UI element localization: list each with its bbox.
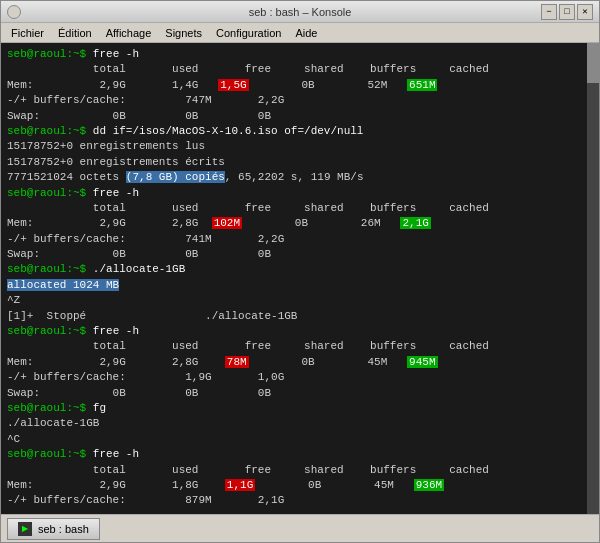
- line-stopped: [1]+ Stoppé ./allocate-1GB: [7, 309, 593, 324]
- maximize-button[interactable]: ✕: [577, 4, 593, 20]
- line-alloc-cmd: seb@raoul:~$ ./allocate-1GB: [7, 262, 593, 277]
- line-4: seb@raoul:~$ free -h: [7, 447, 593, 462]
- minimize-button[interactable]: −: [541, 4, 557, 20]
- menu-bar: Fichier Édition Affichage Signets Config…: [1, 23, 599, 43]
- line-buf-1: -/+ buffers/cache: 747M 2,2G: [7, 93, 593, 108]
- main-window: seb : bash – Konsole − □ ✕ Fichier Éditi…: [0, 0, 600, 543]
- line-swap-4: Swap: 0B 0B 0B: [7, 509, 593, 510]
- taskbar-label: seb : bash: [38, 523, 89, 535]
- menu-configuration[interactable]: Configuration: [210, 25, 287, 41]
- title-bar: seb : bash – Konsole − □ ✕: [1, 1, 599, 23]
- restore-button[interactable]: □: [559, 4, 575, 20]
- menu-fichier[interactable]: Fichier: [5, 25, 50, 41]
- terminal[interactable]: seb@raoul:~$ free -h total used free sha…: [1, 43, 599, 514]
- line-fg-cmd: seb@raoul:~$ fg: [7, 401, 593, 416]
- menu-affichage[interactable]: Affichage: [100, 25, 158, 41]
- line-mem-3: Mem: 2,9G 2,8G 78M 0B 45M 945M: [7, 355, 593, 370]
- line-1: seb@raoul:~$ free -h: [7, 47, 593, 62]
- menu-edition[interactable]: Édition: [52, 25, 98, 41]
- window-controls: − □ ✕: [541, 4, 593, 20]
- line-ctrl-c: ^C: [7, 432, 593, 447]
- line-header-3: total used free shared buffers cached: [7, 339, 593, 354]
- line-mem-1: Mem: 2,9G 1,4G 1,5G 0B 52M 651M: [7, 78, 593, 93]
- scrollbar-thumb[interactable]: [587, 43, 599, 83]
- line-buf-4: -/+ buffers/cache: 879M 2,1G: [7, 493, 593, 508]
- menu-aide[interactable]: Aide: [289, 25, 323, 41]
- line-header-1: total used free shared buffers cached: [7, 62, 593, 77]
- line-swap-1: Swap: 0B 0B 0B: [7, 109, 593, 124]
- title-bar-left: [7, 5, 21, 19]
- scrollbar-track[interactable]: [587, 43, 599, 514]
- line-mem-4: Mem: 2,9G 1,8G 1,1G 0B 45M 936M: [7, 478, 593, 493]
- line-dd-2: 15178752+0 enregistrements écrits: [7, 155, 593, 170]
- line-mem-2: Mem: 2,9G 2,8G 102M 0B 26M 2,1G: [7, 216, 593, 231]
- menu-signets[interactable]: Signets: [159, 25, 208, 41]
- line-3: seb@raoul:~$ free -h: [7, 324, 593, 339]
- line-dd-cmd: seb@raoul:~$ dd if=/isos/MacOS-X-10.6.is…: [7, 124, 593, 139]
- taskbar: ▶ seb : bash: [1, 514, 599, 542]
- close-icon[interactable]: [7, 5, 21, 19]
- line-2: seb@raoul:~$ free -h: [7, 186, 593, 201]
- line-fg-out: ./allocate-1GB: [7, 416, 593, 431]
- line-swap-3: Swap: 0B 0B 0B: [7, 386, 593, 401]
- line-buf-3: -/+ buffers/cache: 1,9G 1,0G: [7, 370, 593, 385]
- taskbar-item[interactable]: ▶ seb : bash: [7, 518, 100, 540]
- line-header-4: total used free shared buffers cached: [7, 463, 593, 478]
- terminal-content: seb@raoul:~$ free -h total used free sha…: [7, 47, 593, 510]
- window-title: seb : bash – Konsole: [249, 6, 352, 18]
- line-dd-1: 15178752+0 enregistrements lus: [7, 139, 593, 154]
- line-swap-2: Swap: 0B 0B 0B: [7, 247, 593, 262]
- line-ctrl-z: ^Z: [7, 293, 593, 308]
- line-allocated: allocated 1024 MB: [7, 278, 593, 293]
- line-header-2: total used free shared buffers cached: [7, 201, 593, 216]
- line-buf-2: -/+ buffers/cache: 741M 2,2G: [7, 232, 593, 247]
- terminal-icon: ▶: [18, 522, 32, 536]
- line-dd-3: 7771521024 octets (7,8 GB) copiés, 65,22…: [7, 170, 593, 185]
